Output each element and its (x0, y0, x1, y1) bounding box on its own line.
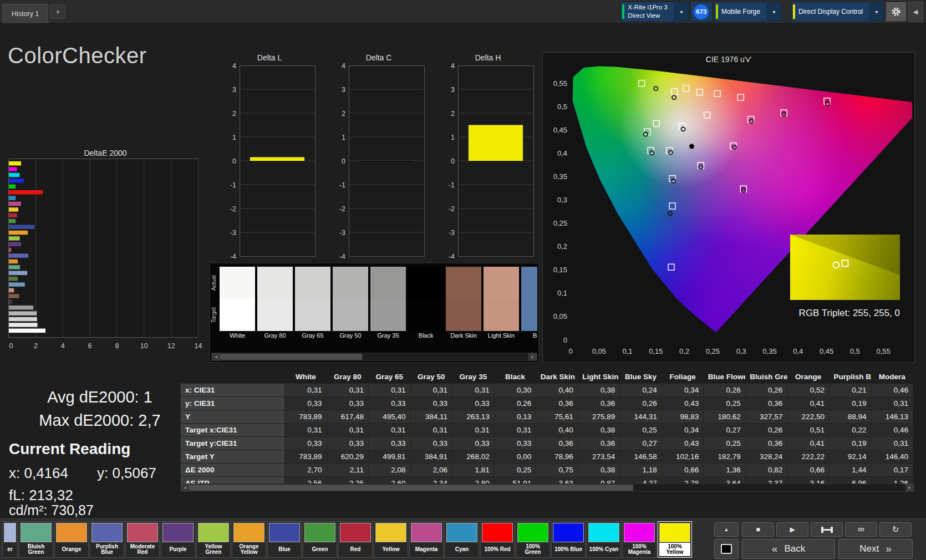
chevron-down-icon[interactable]: ▾ (767, 2, 781, 21)
patch-button-bluish-green[interactable]: Bluish Green (19, 521, 53, 558)
patch-button-100-green[interactable]: 100% Green (516, 521, 550, 558)
scroll-up-button[interactable]: ▲ (714, 522, 739, 537)
patch-swatch (624, 523, 655, 542)
deltae-bar (9, 173, 20, 177)
table-cell: 273,54 (578, 450, 620, 464)
patch-button-100-cyan[interactable]: 100% Cyan (587, 521, 621, 558)
table-cell: 0,24 (620, 384, 662, 397)
scroll-right-button[interactable]: ► (528, 353, 537, 360)
current-cd-readout: cd/m²: 730,87 (9, 502, 94, 518)
deltae-bar (9, 207, 18, 211)
collapse-panel-button[interactable]: ◀ (908, 2, 923, 22)
swatch-scrollbar[interactable]: ◄ ► (211, 353, 537, 361)
table-cell: 275,89 (578, 410, 620, 424)
svg-text:0: 0 (342, 157, 345, 165)
patch-button-green[interactable]: Green (303, 521, 337, 558)
back-button[interactable]: « Back (742, 539, 835, 559)
continuous-read-button[interactable]: ∞ (845, 522, 877, 537)
new-tab-button[interactable]: + (50, 4, 65, 19)
scrollbar-thumb[interactable] (220, 354, 362, 360)
table-cell: 0,38 (578, 464, 620, 477)
patch-button-purple[interactable]: Purple (161, 521, 195, 558)
pattern-source-button[interactable]: Mobile Forge ▾ (714, 2, 781, 22)
display-window-icon (721, 544, 732, 554)
play-button[interactable]: ▶ (776, 522, 808, 537)
next-button[interactable]: Next » (838, 539, 913, 559)
patch-button-100-blue[interactable]: 100% Blue (551, 521, 586, 558)
deltae-bar (9, 167, 17, 171)
patch-button-100-yellow[interactable]: 100% Yellow (658, 521, 692, 558)
table-cell: 0,25 (704, 437, 746, 450)
table-cell: 327,57 (745, 410, 787, 424)
cie-ytick: 0,5 (557, 103, 567, 111)
table-cell: 0,19 (829, 397, 871, 410)
table-cell: 499,81 (369, 450, 411, 464)
display-control-button[interactable]: Direct Display Control ▾ (791, 2, 884, 22)
cie-xtick: 0,2 (679, 347, 689, 355)
patch-button-cyan[interactable]: Cyan (445, 521, 479, 558)
patch-button-100-red[interactable]: 100% Red (480, 521, 515, 558)
patch-button-orange-yellow[interactable]: Orange Yellow (232, 521, 266, 558)
swatch-target (333, 299, 368, 331)
table-scrollbar[interactable]: ◄ ► (180, 483, 914, 492)
meter-name: X-Rite i1Pro 3 (628, 3, 668, 12)
pause-button[interactable] (811, 522, 843, 537)
table-column-header: Dark Skin (536, 370, 578, 384)
pattern-source-label: Mobile Forge (721, 8, 760, 16)
patch-button-100-magenta[interactable]: 100% Magenta (622, 521, 657, 558)
scroll-left-button[interactable]: ◄ (212, 353, 220, 360)
cie-xtick: 0 (568, 347, 572, 355)
table-cell: 0,31 (369, 384, 411, 397)
swatch-patch: Light Skin (484, 267, 519, 342)
scroll-left-button[interactable]: ◄ (181, 484, 189, 491)
swatch-label: Blue (521, 331, 537, 341)
settings-button[interactable] (886, 2, 907, 22)
delta_c-chart: 43210-1-2-3-4 (331, 63, 426, 258)
table-column-header: Purplish Blue (829, 370, 871, 384)
scroll-right-button[interactable]: ► (905, 484, 914, 491)
meter-device-button[interactable]: X-Rite i1Pro 3 Direct View ▾ (620, 2, 689, 22)
deltae-bar (9, 202, 21, 206)
patch-button-row: erBluish GreenOrangePurplish BlueModerat… (1, 521, 692, 558)
table-row: Y783,89617,48495,40384,11263,130,1375,61… (181, 410, 913, 424)
scrollbar-thumb[interactable] (189, 485, 633, 491)
chevron-down-icon[interactable]: ▾ (869, 2, 883, 21)
patch-button-yellow-green[interactable]: Yellow Green (196, 521, 231, 558)
patch-button-purplish-blue[interactable]: Purplish Blue (90, 521, 124, 558)
cie-xtick: 0,35 (762, 347, 776, 355)
table-cell: 146,13 (871, 410, 913, 424)
svg-text:6: 6 (88, 342, 92, 350)
scrollbar-track[interactable] (189, 484, 905, 491)
patch-swatch (91, 523, 123, 542)
patch-label: 100% Magenta (624, 543, 655, 556)
cie-ytick: 0,55 (553, 79, 567, 88)
table-cell: 2,06 (410, 464, 452, 477)
patch-button-moderate-red[interactable]: Moderate Red (125, 521, 160, 558)
cie-ytick: 0,1 (557, 289, 567, 297)
patch-button-yellow[interactable]: Yellow (374, 521, 408, 558)
rgb-triplet-readout: RGB Triplet: 255, 255, 0 (708, 308, 900, 319)
patch-label: Magenta (411, 543, 442, 556)
tab-history-1[interactable]: History 1 (2, 4, 48, 23)
display-window-button[interactable] (714, 539, 739, 559)
table-cell: 0,22 (829, 424, 871, 437)
deltae-bar (9, 236, 20, 240)
chevron-down-icon[interactable]: ▾ (674, 2, 688, 21)
table-column-header: Modera (871, 370, 913, 384)
patch-swatch (162, 523, 194, 542)
patch-button-er[interactable]: er (2, 521, 18, 558)
scrollbar-track[interactable] (220, 353, 528, 360)
swatch-actual (521, 267, 537, 299)
patch-button-blue[interactable]: Blue (267, 521, 302, 558)
table-cell: 180,62 (704, 410, 746, 424)
stop-button[interactable]: ■ (742, 522, 774, 537)
table-row: Target x:CIE310,310,310,310,310,310,310,… (181, 424, 913, 437)
cie-xtick: 0,05 (592, 347, 606, 355)
patch-button-orange[interactable]: Orange (54, 521, 89, 558)
table-cell: 0,75 (536, 464, 578, 477)
patch-button-magenta[interactable]: Magenta (409, 521, 444, 558)
table-cell: 0,31 (452, 424, 495, 437)
loop-button[interactable]: ↻ (879, 522, 912, 537)
svg-text:-4: -4 (449, 253, 455, 259)
patch-button-red[interactable]: Red (338, 521, 373, 558)
